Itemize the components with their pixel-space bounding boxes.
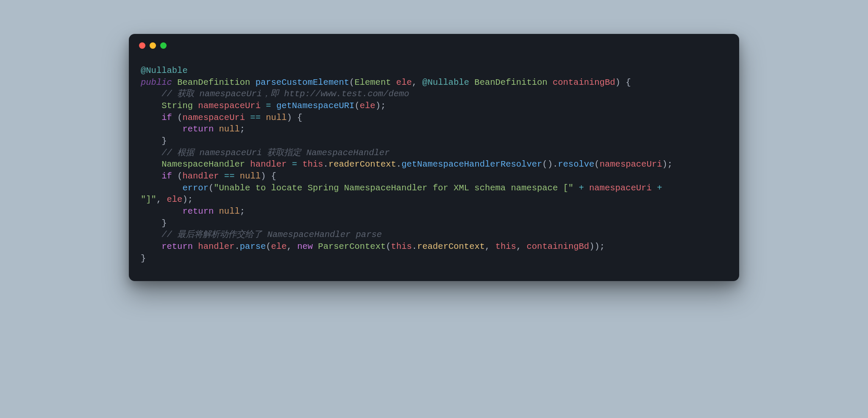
method-call: getNamespaceHandlerResolver bbox=[401, 159, 542, 169]
param-type: BeanDefinition bbox=[469, 78, 553, 87]
dot: . bbox=[234, 242, 239, 251]
paren: ( bbox=[177, 171, 182, 181]
keyword-return: return bbox=[182, 124, 219, 134]
comment: // 根据 namespaceUri 获取指定 NamespaceHandler bbox=[141, 148, 389, 158]
brace: } bbox=[141, 218, 167, 228]
semicolon: ); bbox=[662, 159, 673, 169]
paren: ( bbox=[386, 242, 391, 251]
method-call: resolve bbox=[558, 159, 594, 169]
operator: + bbox=[652, 183, 668, 193]
paren: ( bbox=[354, 101, 359, 111]
comma: , bbox=[485, 242, 495, 251]
code-window: @Nullable public BeanDefinition parseCus… bbox=[129, 34, 739, 281]
this-keyword: this bbox=[391, 242, 412, 251]
semicolon: ; bbox=[240, 206, 245, 216]
param-type: Element bbox=[354, 78, 396, 87]
semicolon: ); bbox=[376, 101, 386, 111]
indent bbox=[141, 171, 161, 181]
semicolon: ); bbox=[182, 195, 193, 204]
null-literal: null bbox=[266, 113, 287, 123]
comma: , bbox=[412, 78, 423, 87]
keyword-public: public bbox=[141, 78, 177, 87]
indent bbox=[141, 159, 161, 169]
variable: namespaceUri bbox=[198, 101, 261, 111]
operator: = bbox=[261, 101, 276, 111]
paren: ( bbox=[266, 242, 271, 251]
arg: containingBd bbox=[527, 242, 590, 251]
this-keyword: this bbox=[495, 242, 516, 251]
paren: ( bbox=[594, 159, 599, 169]
comma: , bbox=[287, 242, 298, 251]
variable: namespaceUri bbox=[589, 183, 652, 193]
semicolon: ; bbox=[240, 124, 245, 134]
this-keyword: this bbox=[302, 159, 323, 169]
null-literal: null bbox=[219, 124, 240, 134]
arg: ele bbox=[360, 101, 376, 111]
param-name: containingBd bbox=[553, 78, 615, 87]
arg: ele bbox=[167, 195, 183, 204]
paren: ( bbox=[209, 183, 214, 193]
comma: , bbox=[516, 242, 527, 251]
method-name: parseCustomElement bbox=[256, 78, 349, 87]
variable: handler bbox=[250, 159, 287, 169]
keyword-if: if bbox=[161, 113, 177, 123]
operator: == bbox=[245, 113, 266, 123]
minimize-icon[interactable] bbox=[150, 42, 156, 49]
variable: handler bbox=[182, 171, 219, 181]
indent bbox=[141, 242, 161, 251]
string-literal: "Unable to locate Spring NamespaceHandle… bbox=[214, 183, 573, 193]
keyword-new: new bbox=[297, 242, 318, 251]
paren-brace: ) { bbox=[615, 78, 631, 87]
operator: + bbox=[573, 183, 589, 193]
annotation: @Nullable bbox=[141, 66, 188, 75]
return-type: BeanDefinition bbox=[177, 78, 256, 87]
variable: handler bbox=[198, 242, 234, 251]
brace: } bbox=[141, 136, 167, 146]
paren: ( bbox=[177, 113, 182, 123]
parens-dot: (). bbox=[542, 159, 558, 169]
comment: // 获取 namespaceUri，即 http://www.test.com… bbox=[141, 89, 409, 99]
string-literal: "]" bbox=[141, 195, 156, 204]
dot: . bbox=[412, 242, 417, 251]
dot: . bbox=[396, 159, 401, 169]
constructor: ParserContext bbox=[318, 242, 386, 251]
annotation: @Nullable bbox=[422, 78, 469, 87]
method-call: parse bbox=[240, 242, 266, 251]
null-literal: null bbox=[240, 171, 261, 181]
indent bbox=[141, 183, 182, 193]
code-content[interactable]: @Nullable public BeanDefinition parseCus… bbox=[129, 49, 739, 281]
dot: . bbox=[323, 159, 328, 169]
property: readerContext bbox=[328, 159, 396, 169]
arg: ele bbox=[271, 242, 287, 251]
indent bbox=[141, 101, 161, 111]
paren-brace: ) { bbox=[287, 113, 303, 123]
keyword-return: return bbox=[182, 206, 219, 216]
method-call: error bbox=[182, 183, 209, 193]
type: NamespaceHandler bbox=[161, 159, 250, 169]
indent bbox=[141, 124, 182, 134]
parens-semicolon: )); bbox=[589, 242, 605, 251]
keyword-if: if bbox=[161, 171, 177, 181]
comma: , bbox=[156, 195, 167, 204]
arg: namespaceUri bbox=[600, 159, 662, 169]
window-titlebar bbox=[129, 34, 739, 49]
operator: = bbox=[287, 159, 302, 169]
null-literal: null bbox=[219, 206, 240, 216]
keyword-return: return bbox=[161, 242, 198, 251]
method-call: getNamespaceURI bbox=[276, 101, 355, 111]
indent bbox=[141, 206, 182, 216]
paren-brace: ) { bbox=[261, 171, 276, 181]
operator: == bbox=[219, 171, 240, 181]
param-name: ele bbox=[396, 78, 412, 87]
paren: ( bbox=[349, 78, 354, 87]
type: String bbox=[161, 101, 198, 111]
indent bbox=[141, 113, 161, 123]
maximize-icon[interactable] bbox=[160, 42, 167, 49]
close-icon[interactable] bbox=[139, 42, 145, 49]
brace: } bbox=[141, 254, 146, 263]
comment: // 最后将解析动作交给了 NamespaceHandler parse bbox=[141, 230, 382, 240]
property: readerContext bbox=[417, 242, 485, 251]
variable: namespaceUri bbox=[182, 113, 245, 123]
